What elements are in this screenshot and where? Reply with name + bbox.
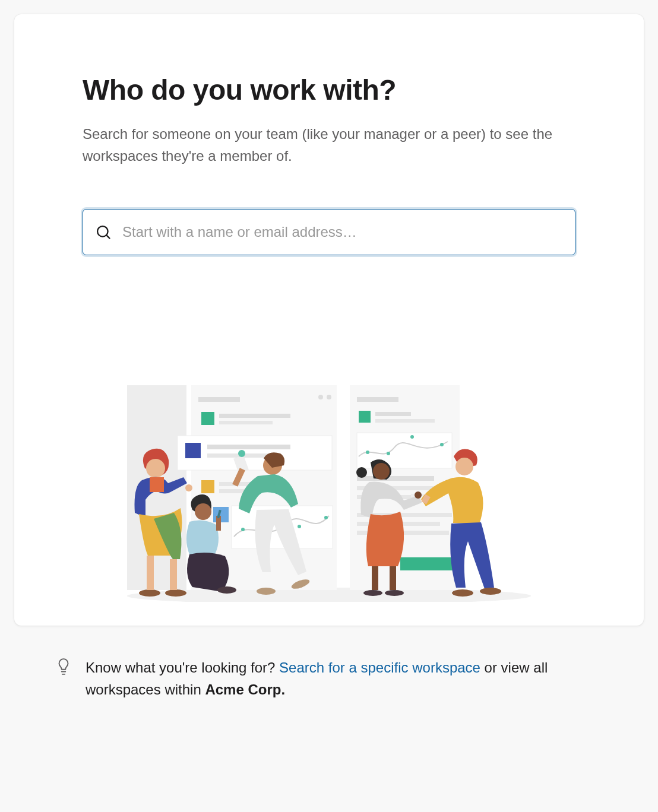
search-icon <box>95 224 112 240</box>
svg-point-62 <box>363 590 382 596</box>
svg-rect-6 <box>201 412 214 425</box>
svg-rect-27 <box>400 557 454 570</box>
svg-point-56 <box>257 588 276 595</box>
svg-point-17 <box>366 451 369 454</box>
tip-row: Know what you're looking for? Search for… <box>14 626 644 700</box>
svg-point-66 <box>455 458 473 475</box>
svg-point-65 <box>415 491 422 499</box>
svg-rect-15 <box>375 419 435 423</box>
svg-rect-13 <box>359 411 371 423</box>
svg-point-47 <box>185 484 192 491</box>
svg-rect-32 <box>201 480 214 493</box>
lightbulb-icon <box>56 658 71 678</box>
onboarding-card: Who do you work with? Search for someone… <box>14 14 644 626</box>
svg-point-58 <box>356 467 367 478</box>
svg-rect-29 <box>185 443 201 458</box>
tip-prefix: Know what you're looking for? <box>86 659 279 675</box>
page-subtitle: Search for someone on your team (like yo… <box>83 123 575 167</box>
svg-point-68 <box>452 589 473 597</box>
svg-point-39 <box>324 516 328 519</box>
svg-line-1 <box>106 235 109 238</box>
svg-rect-12 <box>357 397 398 402</box>
svg-point-41 <box>146 459 165 478</box>
page-title: Who do you work with? <box>83 74 575 106</box>
svg-rect-46 <box>170 559 177 590</box>
svg-point-9 <box>318 395 323 399</box>
tip-text: Know what you're looking for? Search for… <box>86 656 602 700</box>
svg-rect-7 <box>219 414 290 418</box>
svg-rect-45 <box>147 556 154 590</box>
svg-point-20 <box>440 443 444 446</box>
svg-point-38 <box>298 525 301 528</box>
tip-org-name: Acme Corp. <box>205 681 285 697</box>
svg-point-44 <box>165 589 186 597</box>
svg-rect-42 <box>150 477 164 492</box>
svg-point-43 <box>139 589 160 597</box>
svg-point-49 <box>217 586 236 594</box>
search-container[interactable] <box>83 209 575 255</box>
svg-rect-5 <box>198 397 240 402</box>
svg-point-48 <box>195 503 211 520</box>
svg-point-18 <box>387 452 390 455</box>
svg-point-10 <box>327 395 331 399</box>
svg-rect-60 <box>372 566 378 590</box>
svg-point-59 <box>373 463 390 480</box>
svg-rect-30 <box>207 445 290 449</box>
search-input[interactable] <box>122 210 563 255</box>
svg-rect-8 <box>219 421 273 424</box>
svg-point-36 <box>241 528 245 531</box>
search-workspace-link[interactable]: Search for a specific workspace <box>279 659 480 675</box>
svg-rect-21 <box>357 476 434 481</box>
svg-rect-61 <box>390 566 396 590</box>
svg-point-19 <box>410 435 414 439</box>
svg-point-54 <box>238 450 245 457</box>
team-illustration <box>121 376 537 602</box>
svg-point-69 <box>480 588 501 595</box>
svg-rect-14 <box>375 412 411 416</box>
svg-point-63 <box>385 590 404 596</box>
illustration-container <box>83 279 575 602</box>
